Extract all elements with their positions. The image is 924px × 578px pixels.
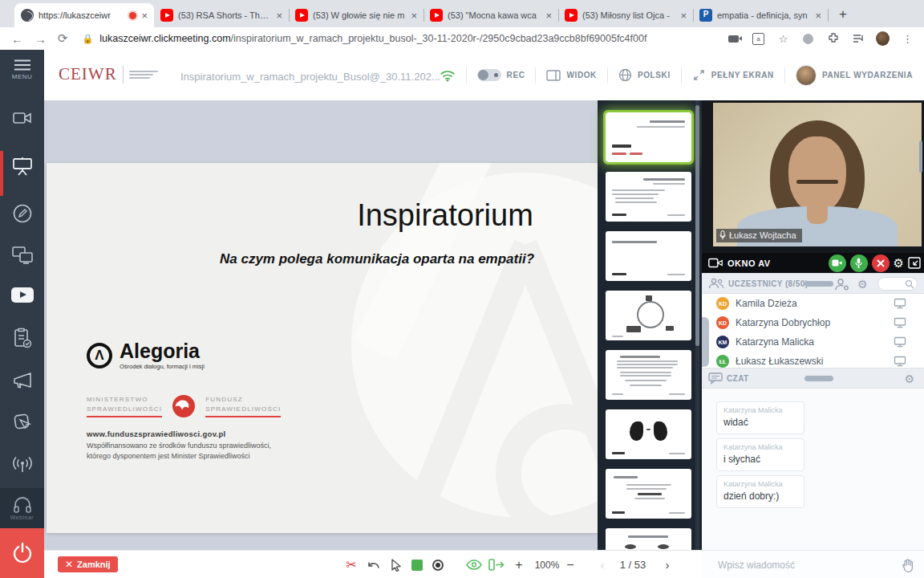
color-swatch-tool[interactable] xyxy=(408,551,426,578)
youtube-icon xyxy=(565,9,578,22)
rec-toggle[interactable] xyxy=(477,69,501,81)
event-panel-label: PANEL WYDARZENIA xyxy=(822,71,913,79)
close-button[interactable]: ✕ Zamknij xyxy=(58,556,118,572)
sidebar-screenshare-button[interactable] xyxy=(0,246,44,264)
participants-gear-icon[interactable]: ⚙ xyxy=(857,278,868,291)
tab-close-icon[interactable]: × xyxy=(141,10,148,22)
sidebar-broadcast-button[interactable] xyxy=(0,455,44,474)
sidebar-camera-button[interactable] xyxy=(0,111,44,125)
tab-close-icon[interactable]: × xyxy=(815,10,821,22)
layout-icon xyxy=(546,70,561,81)
slide-thumbnails xyxy=(606,112,691,578)
zoom-in-button[interactable]: + xyxy=(511,551,527,578)
av-settings-gear-icon[interactable]: ⚙ xyxy=(894,256,904,271)
language-control[interactable]: POLSKI xyxy=(618,68,671,82)
slide-thumbnail[interactable] xyxy=(606,112,691,162)
slide-thumbnail[interactable] xyxy=(606,231,691,281)
alegoria-logo-name: Alegoria xyxy=(120,341,205,361)
tab-title: https://lukaszceiwr xyxy=(38,10,124,20)
browser-tab[interactable]: (53) W głowie się nie m× xyxy=(289,3,424,27)
camera-toggle-button[interactable] xyxy=(829,254,846,272)
camera-icon[interactable] xyxy=(727,33,740,45)
chat-gear-icon[interactable]: ⚙ xyxy=(904,372,914,385)
browser-tab[interactable]: (53) RSA Shorts - The P× xyxy=(154,3,289,27)
participants-scrollbar[interactable] xyxy=(919,140,922,173)
prev-slide-chevron[interactable]: ‹ xyxy=(596,551,609,578)
av-popout-icon[interactable] xyxy=(908,257,921,269)
browser-tab[interactable]: empatia - definicja, syn× xyxy=(693,3,828,27)
translate-icon[interactable]: a xyxy=(752,33,765,45)
sidebar-survey-button[interactable] xyxy=(0,328,44,348)
undo-tool-icon[interactable] xyxy=(365,551,383,578)
extension-circle-icon[interactable] xyxy=(801,33,815,45)
view-control[interactable]: WIDOK xyxy=(546,70,596,81)
chat-header-bar[interactable]: CZAT ⚙ xyxy=(702,368,924,389)
exit-presentation-icon[interactable] xyxy=(487,551,506,578)
event-panel-control[interactable]: PANEL WYDARZENIA xyxy=(796,65,913,86)
chat-collapse-handle[interactable] xyxy=(804,376,833,381)
forward-icon[interactable]: → xyxy=(34,32,47,46)
slide-thumbnail[interactable] xyxy=(606,172,691,222)
playlist-icon[interactable] xyxy=(851,33,865,45)
fullscreen-control[interactable]: PEŁNY EKRAN xyxy=(692,68,774,82)
ministry-right-logo: FUNDUSZSPRAWIEDLIWOŚCI xyxy=(205,395,281,417)
url-path: /inspiratorium_w_ramach_projektu_busol-_… xyxy=(231,33,647,44)
sidebar-click-button[interactable] xyxy=(0,413,44,434)
pwn-icon xyxy=(699,9,712,22)
menu-dots-icon[interactable]: ⋮ xyxy=(901,33,914,45)
scissors-tool-icon[interactable]: ✂ xyxy=(342,551,360,578)
participants-collapse-handle[interactable] xyxy=(804,281,833,287)
participant-row[interactable]: ŁŁŁukasz Łukaszewski xyxy=(702,352,924,368)
slide-thumbnail[interactable] xyxy=(606,291,691,340)
tab-close-icon[interactable]: × xyxy=(545,10,552,22)
ceiwr-logo-text: CEIWR xyxy=(59,64,117,84)
panel-drag-handle[interactable] xyxy=(702,317,709,367)
new-tab-button[interactable]: + xyxy=(833,4,853,25)
participant-row[interactable]: KMKatarzyna Malicka xyxy=(702,332,924,352)
browser-tab[interactable]: (53) Miłosny list Ojca -× xyxy=(558,3,693,27)
back-icon[interactable]: ← xyxy=(11,32,23,46)
visibility-tool-icon[interactable] xyxy=(464,551,484,578)
thumbnail-scrollbar[interactable] xyxy=(695,100,699,550)
zoom-out-button[interactable]: − xyxy=(562,551,578,578)
participants-header-bar[interactable]: UCZESTNICY (8/50) ⚙ xyxy=(702,273,924,294)
rec-control[interactable]: REC xyxy=(477,69,525,81)
chat-message-text: i słychać xyxy=(723,454,797,465)
profile-avatar[interactable] xyxy=(876,33,890,45)
participant-row[interactable]: KDKatarzyna Dobrychłop xyxy=(702,313,924,332)
sidebar-whiteboard-button[interactable] xyxy=(0,204,44,223)
sound-off-button[interactable] xyxy=(872,254,890,272)
pointer-tool-icon[interactable] xyxy=(429,551,447,578)
presenter-avatar xyxy=(796,65,817,86)
sidebar-youtube-button[interactable] xyxy=(0,287,44,303)
slide-thumbnail[interactable] xyxy=(606,409,691,459)
tab-close-icon[interactable]: × xyxy=(411,10,417,22)
slide-thumbnail[interactable] xyxy=(606,350,691,400)
sidebar-power-button[interactable] xyxy=(0,528,44,578)
browser-tab[interactable]: (53) "Mocna kawa wca× xyxy=(424,3,558,27)
star-icon[interactable]: ☆ xyxy=(776,33,790,45)
tab-recording-dot xyxy=(129,12,136,19)
url-text[interactable]: lukaszceiwr.clickmeeting.com/inspiratori… xyxy=(99,33,719,44)
next-slide-chevron[interactable]: › xyxy=(660,551,675,578)
participant-row[interactable]: KDKamila Dzieża xyxy=(702,294,924,313)
puzzle-icon[interactable] xyxy=(826,33,840,45)
sidebar-presentation-button[interactable] xyxy=(0,157,44,176)
cursor-tool-icon[interactable] xyxy=(387,551,405,578)
participants-search-input[interactable] xyxy=(877,277,918,291)
sidebar: MENU Webinar xyxy=(0,50,44,578)
sidebar-menu-button[interactable]: MENU xyxy=(0,59,44,80)
sidebar-webinar-mode[interactable]: Webinar xyxy=(0,488,44,528)
chat-message-input[interactable] xyxy=(716,559,902,572)
sidebar-cta-button[interactable] xyxy=(0,371,44,390)
browser-tab[interactable]: https://lukaszceiwr× xyxy=(14,3,154,27)
participant-settings-icon[interactable] xyxy=(834,278,850,291)
mic-toggle-button[interactable] xyxy=(850,254,868,272)
chat-header-label: CZAT xyxy=(727,374,749,383)
tab-close-icon[interactable]: × xyxy=(276,10,282,22)
reload-icon[interactable]: ⟳ xyxy=(58,31,68,46)
screen-status-icon xyxy=(894,317,906,328)
slide-thumbnail[interactable] xyxy=(606,469,691,519)
raise-hand-icon[interactable] xyxy=(902,558,914,572)
tab-close-icon[interactable]: × xyxy=(680,10,687,22)
